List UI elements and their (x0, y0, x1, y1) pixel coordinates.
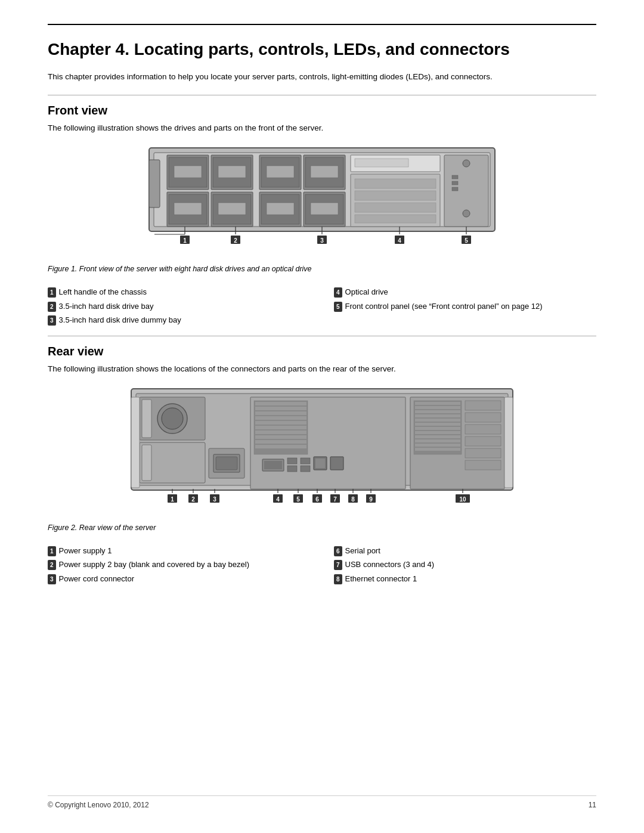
chapter-desc: This chapter provides information to hel… (48, 70, 596, 83)
svg-rect-82 (287, 466, 297, 472)
rear-part-num-2: 2 (48, 560, 56, 570)
svg-point-60 (162, 408, 183, 429)
svg-text:1: 1 (183, 237, 187, 244)
rear-part-label-7: USB connectors (3 and 4) (345, 559, 435, 571)
svg-rect-19 (452, 175, 458, 179)
rear-part-num-8: 8 (334, 574, 342, 584)
svg-point-22 (463, 210, 470, 217)
svg-rect-20 (452, 181, 458, 185)
svg-rect-21 (452, 187, 458, 191)
svg-rect-36 (355, 179, 436, 188)
svg-rect-100 (415, 444, 460, 447)
svg-rect-90 (415, 402, 460, 405)
part-label-5: Front control panel (see “Front control … (345, 301, 543, 312)
front-part-3: 3 3.5-inch hard disk drive dummy bay (48, 314, 310, 326)
svg-rect-104 (465, 425, 501, 434)
svg-rect-91 (415, 406, 460, 409)
svg-text:5: 5 (296, 496, 300, 503)
front-view-figure: 1 2 3 4 5 Figure 1. Front view of the se… (48, 142, 596, 280)
rear-server-svg: 1 2 3 4 5 6 7 8 9 10 (125, 383, 519, 520)
front-part-2: 2 3.5-inch hard disk drive bay (48, 301, 310, 312)
front-parts-list: 1 Left handle of the chassis 4 Optical d… (48, 286, 596, 326)
svg-rect-37 (355, 191, 436, 200)
footer: © Copyright Lenovo 2010, 2012 11 (48, 795, 596, 809)
part-num-5: 5 (334, 302, 342, 312)
svg-rect-93 (415, 414, 460, 417)
svg-text:5: 5 (465, 237, 468, 244)
svg-rect-39 (355, 215, 436, 223)
svg-text:4: 4 (276, 496, 280, 503)
svg-rect-94 (415, 419, 460, 422)
svg-text:2: 2 (191, 496, 195, 503)
svg-rect-77 (255, 440, 306, 444)
rear-part-label-3: Power cord connector (59, 573, 134, 585)
svg-rect-106 (465, 448, 501, 458)
rear-part-1: 1 Power supply 1 (48, 545, 310, 557)
svg-text:9: 9 (369, 496, 373, 503)
rear-view-desc: The following illustration shows the loc… (48, 364, 596, 373)
rear-part-label-1: Power supply 1 (59, 545, 112, 557)
front-server-svg: 1 2 3 4 5 (131, 142, 513, 261)
rear-part-8: 8 Ethernet connector 1 (334, 573, 596, 585)
svg-rect-14 (311, 166, 338, 178)
svg-rect-81 (287, 458, 297, 464)
top-rule (48, 24, 596, 25)
page-number: 11 (589, 801, 596, 809)
svg-rect-74 (255, 426, 306, 429)
svg-rect-109 (504, 397, 513, 488)
svg-rect-78 (255, 445, 306, 448)
svg-rect-102 (465, 401, 501, 410)
svg-rect-96 (415, 427, 460, 430)
svg-rect-69 (255, 402, 306, 405)
svg-rect-2 (149, 160, 160, 208)
front-view-desc: The following illustration shows the dri… (48, 123, 596, 132)
rear-part-label-6: Serial port (345, 545, 380, 557)
rear-part-num-7: 7 (334, 560, 342, 570)
svg-rect-38 (355, 203, 436, 212)
rear-part-num-1: 1 (48, 546, 56, 556)
svg-text:7: 7 (333, 496, 337, 503)
rear-part-num-6: 6 (334, 546, 342, 556)
rear-parts-list: 1 Power supply 1 6 Serial port 2 Power s… (48, 545, 596, 585)
svg-rect-87 (330, 457, 343, 470)
front-part-4: 4 Optical drive (334, 286, 596, 298)
rear-part-7: 7 USB connectors (3 and 4) (334, 559, 596, 571)
svg-text:8: 8 (351, 496, 355, 503)
svg-rect-95 (415, 423, 460, 426)
rear-view-rule (48, 336, 596, 336)
part-label-4: Optical drive (345, 286, 388, 298)
svg-text:10: 10 (459, 496, 466, 503)
part-num-2: 2 (48, 302, 56, 312)
svg-rect-70 (255, 407, 306, 410)
svg-rect-103 (465, 413, 501, 422)
rear-part-label-8: Ethernet connector 1 (345, 573, 417, 585)
part-label-2: 3.5-inch hard disk drive bay (59, 301, 154, 312)
svg-text:3: 3 (320, 237, 324, 244)
rear-part-3: 3 Power cord connector (48, 573, 310, 585)
svg-rect-16 (355, 159, 408, 167)
part-label-3: 3.5-inch hard disk drive dummy bay (59, 314, 181, 326)
svg-rect-72 (255, 416, 306, 420)
svg-rect-101 (415, 448, 460, 451)
rear-view-title: Rear view (48, 345, 596, 358)
svg-rect-28 (218, 203, 246, 215)
svg-rect-76 (255, 435, 306, 439)
svg-rect-86 (315, 459, 325, 468)
rear-part-label-2: Power supply 2 bay (blank and covered by… (59, 559, 249, 571)
front-view-rule (48, 95, 596, 95)
svg-rect-92 (415, 410, 460, 413)
part-num-1: 1 (48, 287, 56, 298)
svg-rect-80 (264, 461, 282, 469)
rear-part-num-3: 3 (48, 574, 56, 584)
rear-part-6: 6 Serial port (334, 545, 596, 557)
svg-text:3: 3 (213, 496, 216, 503)
copyright: © Copyright Lenovo 2010, 2012 (48, 801, 149, 809)
front-part-1: 1 Left handle of the chassis (48, 286, 310, 298)
rear-view-caption: Figure 2. Rear view of the server (48, 524, 596, 532)
svg-text:4: 4 (398, 237, 401, 244)
rear-view-figure: 1 2 3 4 5 6 7 8 9 10 (48, 383, 596, 539)
svg-rect-71 (255, 411, 306, 415)
svg-rect-97 (415, 431, 460, 434)
svg-rect-107 (465, 460, 501, 470)
svg-rect-105 (465, 436, 501, 446)
